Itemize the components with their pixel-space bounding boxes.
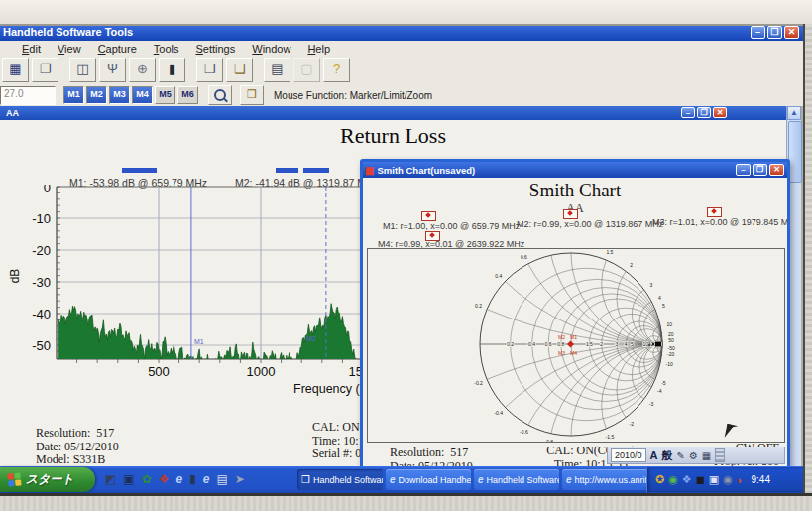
taskbar-task-button[interactable]: ❒Handheld Software T.. bbox=[297, 469, 383, 490]
svg-text:2: 2 bbox=[600, 341, 603, 347]
smith-minimize-icon[interactable]: – bbox=[736, 164, 751, 176]
print-icon[interactable]: ▤ bbox=[264, 58, 290, 82]
ie-quick-launch-icon[interactable]: e bbox=[176, 473, 183, 485]
child-close-icon[interactable]: ✕ bbox=[713, 107, 727, 118]
marker-button-m4[interactable]: M4 bbox=[132, 86, 153, 104]
date-display: 2010/0 bbox=[611, 448, 646, 462]
ime-pen-icon[interactable]: ✎ bbox=[676, 450, 684, 461]
tray-icon-2[interactable]: ◉ bbox=[668, 473, 678, 486]
svg-text:0.4: 0.4 bbox=[528, 341, 535, 347]
ie-quick-launch-icon-2[interactable]: e bbox=[203, 473, 210, 485]
svg-text:-5: -5 bbox=[661, 380, 666, 386]
device-icon[interactable]: ▮ bbox=[159, 58, 185, 82]
svg-text:1.5: 1.5 bbox=[586, 341, 593, 347]
scroll-up-icon[interactable]: ▲ bbox=[787, 106, 801, 120]
child-maximize-icon[interactable]: ❐ bbox=[697, 107, 711, 118]
quick-launch-icon-9[interactable]: ➤ bbox=[235, 473, 245, 485]
system-tray: ✪◉❖◼▣◉◗9:44 bbox=[646, 467, 803, 492]
close-icon[interactable]: ✕ bbox=[784, 26, 799, 39]
return-loss-chart: 0-10-20-30-40-5050010001500Frequency (MH… bbox=[8, 185, 373, 411]
svg-text:-0.8: -0.8 bbox=[544, 439, 553, 442]
menu-help[interactable]: Help bbox=[307, 43, 330, 55]
tray-icon-6[interactable]: ◉ bbox=[723, 473, 733, 486]
smith-chart-window[interactable]: ▦ Smith Chart(unsaved) – ❐ ✕ Smith Chart… bbox=[360, 159, 790, 482]
ie-icon: e bbox=[478, 474, 484, 485]
quick-launch-icon-1[interactable]: ◩ bbox=[105, 473, 116, 485]
scrollbar-thumb[interactable] bbox=[788, 121, 802, 183]
tray-icon-4[interactable]: ◼ bbox=[696, 473, 705, 486]
save-icon[interactable]: ▦ bbox=[2, 58, 29, 82]
mdi-client-area: AA – ❐ ✕ ▲ Return Loss M1: -53.98 dB @ 6… bbox=[0, 106, 803, 490]
smith-window-titlebar[interactable]: ▦ Smith Chart(unsaved) – ❐ ✕ bbox=[363, 162, 787, 178]
language-bar[interactable]: 2010/0 A 般 ✎ ⚙ ▦ bbox=[607, 447, 785, 464]
marker-button-m5[interactable]: M5 bbox=[155, 86, 175, 104]
marker-button-m2[interactable]: M2 bbox=[86, 86, 107, 104]
copy-icon[interactable]: ❐ bbox=[32, 58, 58, 82]
svg-text:4: 4 bbox=[625, 341, 628, 347]
marker-flag-icon bbox=[563, 209, 578, 219]
globe-icon[interactable]: ⊕ bbox=[129, 58, 156, 82]
taskbar-task-button[interactable]: ehttp://www.us.anritsu. bbox=[562, 469, 647, 490]
ime-kanji-button[interactable]: 般 bbox=[661, 448, 672, 463]
toolbar-main: ▦❐◫Ψ⊕▮❒❏▤▢? bbox=[0, 57, 805, 84]
marker-button-m1[interactable]: M1 bbox=[63, 86, 84, 104]
child-minimize-icon[interactable]: – bbox=[681, 107, 695, 118]
child-window-controls: – ❐ ✕ bbox=[681, 107, 727, 118]
svg-text:10: 10 bbox=[642, 341, 648, 347]
antenna-icon[interactable]: Ψ bbox=[99, 58, 126, 82]
marker-button-m3[interactable]: M3 bbox=[109, 86, 130, 104]
caps-kana-indicator bbox=[715, 448, 725, 462]
maximize-icon[interactable]: ❐ bbox=[767, 26, 782, 39]
limit-line-segment bbox=[303, 168, 329, 173]
tray-icon-5[interactable]: ▣ bbox=[709, 473, 719, 486]
svg-text:-1.5: -1.5 bbox=[606, 434, 615, 440]
tray-icon-3[interactable]: ❖ bbox=[682, 473, 692, 486]
start-button[interactable]: スタート bbox=[0, 467, 95, 492]
capture-screen-icon[interactable]: ◫ bbox=[69, 58, 96, 82]
quick-launch-icon-3[interactable]: ✿ bbox=[142, 473, 152, 485]
menu-tools[interactable]: Tools bbox=[154, 43, 179, 55]
marker-button-m6[interactable]: M6 bbox=[177, 86, 198, 104]
quick-launch-icon-8[interactable]: ▤ bbox=[217, 473, 228, 485]
smith-chart-frame: 0.2-0.20.4-0.40.6-0.60.8-0.81-11.5-1.52-… bbox=[367, 248, 785, 443]
menu-capture[interactable]: Capture bbox=[98, 43, 137, 55]
quick-launch-icon-4[interactable]: ❖ bbox=[159, 473, 170, 485]
svg-text:M2: M2 bbox=[558, 334, 565, 340]
minimize-icon[interactable]: – bbox=[751, 26, 765, 39]
menu-window[interactable]: Window bbox=[252, 43, 290, 55]
smith-window-title: Smith Chart(unsaved) bbox=[377, 165, 475, 176]
help-icon[interactable]: ? bbox=[323, 58, 350, 82]
toolbar-markers: 27.0 M1M2M3M4M5M6 ❒ Mouse Function: Mark… bbox=[0, 83, 803, 108]
disabled-button-icon[interactable]: ▢ bbox=[293, 58, 320, 82]
ime-pad-icon[interactable]: ▦ bbox=[702, 450, 711, 461]
taskbar-task-button[interactable]: eDownload Handheld . bbox=[386, 469, 471, 490]
ime-mode-button[interactable]: A bbox=[650, 449, 658, 461]
frequency-field[interactable]: 27.0 bbox=[0, 86, 56, 105]
quick-launch-icon-2[interactable]: ▣ bbox=[123, 473, 134, 485]
main-window-titlebar[interactable]: Handheld Software Tools – ❐ ✕ bbox=[0, 24, 803, 41]
svg-text:-4: -4 bbox=[657, 388, 662, 394]
taskbar-clock: 9:44 bbox=[752, 474, 770, 485]
new-window-icon[interactable]: ❒ bbox=[196, 58, 223, 82]
ime-tools-icon[interactable]: ⚙ bbox=[689, 450, 698, 461]
quick-launch-area: ◩▣✿❖e▮e▤➤ bbox=[105, 473, 245, 485]
tray-icon-7[interactable]: ◗ bbox=[737, 474, 744, 486]
taskbar-task-button[interactable]: eHandheld Software T. bbox=[474, 469, 559, 490]
child-window-titlebar[interactable]: AA – ❐ ✕ bbox=[0, 106, 786, 120]
menu-edit[interactable]: Edit bbox=[22, 43, 41, 55]
monitor-bezel-bottom bbox=[0, 493, 812, 511]
mouse-function-label: Mouse Function: Marker/Limit/Zoom bbox=[274, 90, 432, 101]
window-alert-icon[interactable]: ❏ bbox=[226, 58, 253, 82]
security-shield-tray-icon[interactable]: ✪ bbox=[655, 473, 664, 486]
svg-text:0.2: 0.2 bbox=[475, 303, 482, 309]
quick-launch-icon-6[interactable]: ▮ bbox=[189, 473, 196, 485]
smith-close-icon[interactable]: ✕ bbox=[769, 164, 784, 176]
svg-text:0.6: 0.6 bbox=[521, 254, 527, 260]
zoom-out-button[interactable] bbox=[208, 85, 232, 105]
menu-view[interactable]: View bbox=[58, 43, 81, 55]
mouse-mode-button[interactable]: ❒ bbox=[240, 85, 264, 105]
svg-text:-30: -30 bbox=[32, 275, 51, 290]
svg-text:0.8: 0.8 bbox=[557, 341, 564, 347]
smith-maximize-icon[interactable]: ❐ bbox=[753, 164, 767, 176]
menu-settings[interactable]: Settings bbox=[195, 43, 235, 55]
